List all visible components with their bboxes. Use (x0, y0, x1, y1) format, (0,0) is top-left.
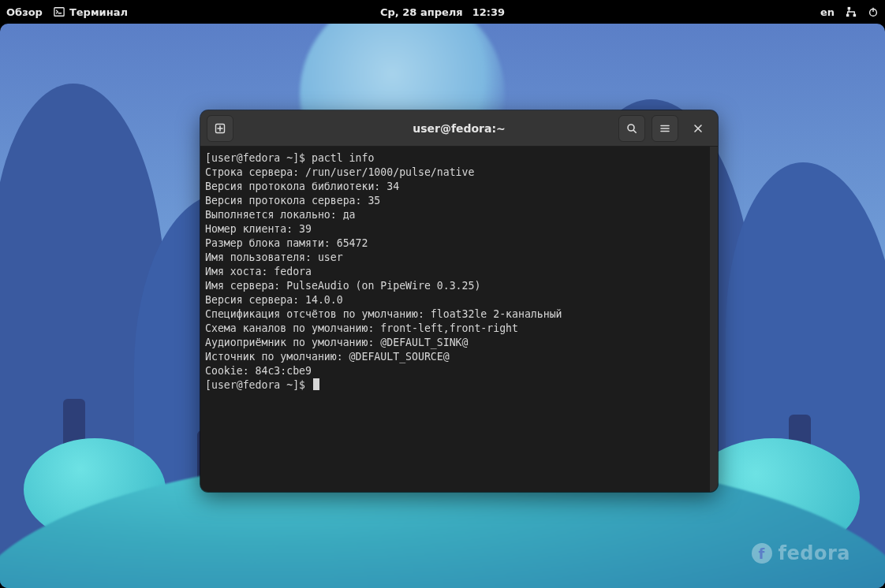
terminal-output-line: Версия сервера: 14.0.0 (205, 294, 343, 306)
terminal-output-line: Спецификация отсчётов по умолчанию: floa… (205, 308, 562, 320)
terminal-cursor (313, 378, 319, 390)
svg-rect-5 (872, 8, 873, 12)
clock-button[interactable]: Ср, 28 апреля 12:39 (380, 6, 505, 18)
wired-network-icon (846, 6, 857, 17)
terminal-output-line: Версия протокола библиотеки: 34 (205, 180, 399, 192)
new-tab-button[interactable] (207, 115, 233, 142)
terminal-window: user@fedora:~ [user@fedora ~]$ pactl inf… (200, 110, 718, 492)
terminal-output-line: Имя хоста: fedora (205, 266, 312, 277)
shell-command: pactl info (312, 152, 374, 164)
time-label: 12:39 (472, 6, 505, 18)
terminal-output-line: Размер блока памяти: 65472 (205, 237, 368, 249)
network-indicator[interactable] (846, 6, 857, 17)
terminal-output-line: Имя сервера: PulseAudio (on PipeWire 0.3… (205, 280, 480, 292)
terminal-output-line: Имя пользователя: user (205, 251, 343, 263)
keyboard-layout-indicator[interactable]: en (820, 6, 835, 18)
close-window-button[interactable] (685, 115, 711, 142)
date-label: Ср, 28 апреля (380, 6, 463, 18)
keyboard-layout-label: en (820, 6, 835, 18)
power-icon (868, 6, 879, 17)
svg-rect-3 (853, 14, 857, 17)
current-app-indicator[interactable]: Терминал (54, 6, 128, 18)
gnome-top-bar: Обзор Терминал Ср, 28 апреля 12:39 en (0, 0, 885, 24)
terminal-icon (54, 6, 65, 17)
search-button[interactable] (618, 115, 645, 142)
power-menu[interactable] (868, 6, 879, 17)
activities-label: Обзор (6, 6, 43, 18)
terminal-output-line: Выполняется локально: да (205, 209, 356, 221)
terminal-output-line: Номер клиента: 39 (205, 223, 312, 235)
window-titlebar[interactable]: user@fedora:~ (200, 110, 718, 147)
activities-button[interactable]: Обзор (6, 6, 43, 18)
fedora-logo-text: fedora (779, 542, 850, 564)
svg-rect-2 (846, 14, 850, 17)
shell-prompt: [user@fedora ~]$ (205, 152, 312, 164)
terminal-output-line: Строка сервера: /run/user/1000/pulse/nat… (205, 166, 474, 178)
fedora-logo-icon: f (752, 543, 772, 564)
svg-rect-1 (848, 7, 851, 10)
shell-prompt: [user@fedora ~]$ (205, 379, 312, 391)
fedora-watermark: f fedora (752, 542, 850, 564)
terminal-output-line: Источник по умолчанию: @DEFAULT_SOURCE@ (205, 351, 450, 363)
svg-rect-0 (54, 8, 64, 17)
hamburger-menu-button[interactable] (652, 115, 678, 142)
terminal-output-line: Версия протокола сервера: 35 (205, 195, 380, 207)
terminal-scrollbar[interactable] (710, 147, 718, 492)
terminal-viewport[interactable]: [user@fedora ~]$ pactl info Строка серве… (200, 147, 718, 492)
terminal-output-line: Аудиоприёмник по умолчанию: @DEFAULT_SIN… (205, 337, 468, 348)
terminal-output-line: Схема каналов по умолчанию: front-left,f… (205, 322, 518, 334)
current-app-label: Терминал (69, 6, 128, 18)
terminal-output-line: Cookie: 84c3:cbe9 (205, 365, 312, 377)
